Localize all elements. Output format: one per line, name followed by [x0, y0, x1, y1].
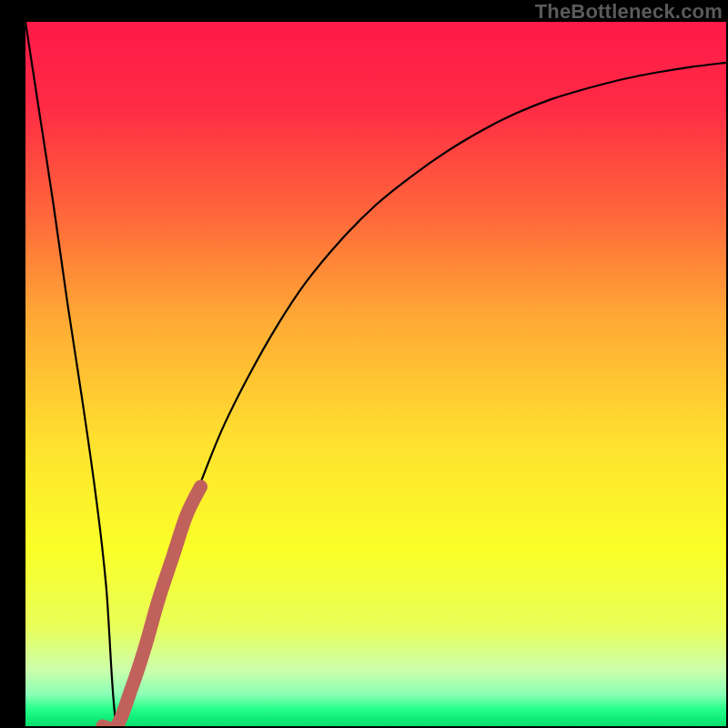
- gradient-background: [25, 22, 726, 726]
- chart-frame: TheBottleneck.com: [0, 0, 728, 728]
- watermark-text: TheBottleneck.com: [535, 0, 723, 24]
- chart-svg: [25, 22, 726, 726]
- plot-area: [25, 22, 726, 726]
